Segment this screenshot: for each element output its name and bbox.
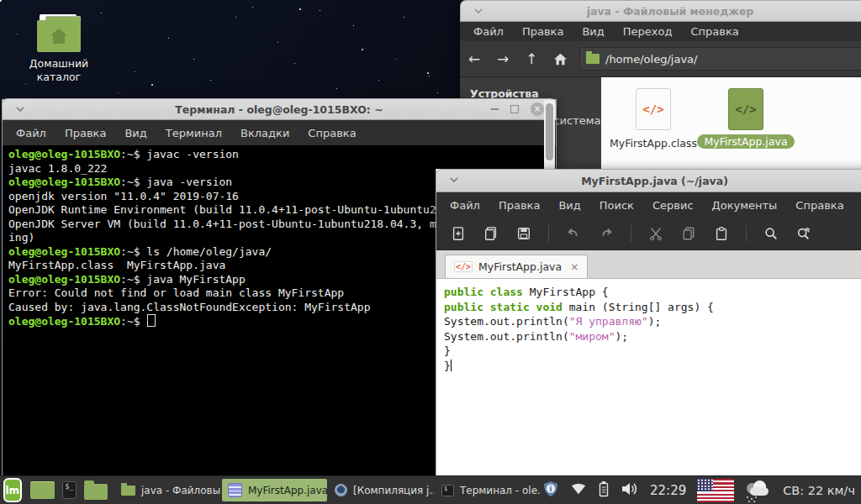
forward-button[interactable]: → xyxy=(489,52,517,66)
open-document-icon[interactable] xyxy=(483,225,499,242)
file-item[interactable]: </>MyFirstApp.class xyxy=(607,88,700,150)
home-button[interactable] xyxy=(546,52,574,66)
taskbar: lm $_ java - Файловы...MyFirstApp.java..… xyxy=(0,475,861,504)
menu-item[interactable]: Вид xyxy=(115,127,156,139)
restore-button[interactable] xyxy=(510,105,519,113)
volume-icon[interactable] xyxy=(621,481,639,500)
path-value: /home/oleg/java/ xyxy=(605,53,697,66)
task-label: Терминал - ole... xyxy=(460,485,541,496)
redo-icon[interactable] xyxy=(598,225,615,242)
menu-item[interactable]: Правка xyxy=(489,199,549,212)
menu-item[interactable]: Файл xyxy=(7,127,55,139)
window-shade-icon[interactable] xyxy=(450,177,458,182)
devices-heading: Устройства xyxy=(460,77,601,100)
new-document-icon[interactable] xyxy=(450,225,467,242)
window-shade-icon[interactable] xyxy=(474,8,483,13)
file-manager-menubar: ФайлПравкаВидПереходСправка xyxy=(460,22,861,41)
menu-item[interactable]: Файл xyxy=(441,199,489,212)
desktop: Домашний каталог java - Файловый менедже… xyxy=(0,0,861,504)
path-bar[interactable]: /home/oleg/java/ xyxy=(579,47,861,71)
menu-item[interactable]: Правка xyxy=(513,25,573,38)
code-area[interactable]: public class MyFirstApp {public static v… xyxy=(436,279,861,374)
task-list: java - Файловы...MyFirstApp.java...[Комп… xyxy=(115,479,542,501)
menu-item[interactable]: Документы xyxy=(703,199,787,212)
file-manager-titlebar[interactable]: java - Файловый менеджер xyxy=(460,0,861,22)
menu-item[interactable]: Справка xyxy=(681,25,747,38)
file-manager-launcher[interactable] xyxy=(84,481,108,500)
up-button[interactable]: ↑ xyxy=(517,52,546,66)
tab-close-icon[interactable]: × xyxy=(570,261,578,273)
svg-text:i: i xyxy=(550,484,552,492)
scrollbar-thumb[interactable] xyxy=(546,103,553,160)
code-line: System.out.println("миром"); xyxy=(444,329,861,344)
menu-item[interactable]: Переход xyxy=(614,25,682,38)
terminal-titlebar[interactable]: Терминал - oleg@oleg-1015BXO: ~ × xyxy=(2,98,557,120)
show-desktop-button[interactable] xyxy=(30,481,55,499)
menu-item[interactable]: Вкладки xyxy=(231,127,298,139)
clock[interactable]: 22:29 xyxy=(650,483,686,498)
paste-icon[interactable] xyxy=(713,225,730,242)
task-label: java - Файловы... xyxy=(141,485,220,496)
home-folder-desktop-icon[interactable]: Домашний каталог xyxy=(24,18,94,83)
window-shade-icon[interactable] xyxy=(16,107,24,112)
find-icon[interactable] xyxy=(763,225,779,242)
weather-snow-cloud-icon[interactable] xyxy=(745,480,772,501)
editor-tabbar: </> MyFirstApp.java × xyxy=(436,250,861,279)
menu-item[interactable]: Поиск xyxy=(590,199,643,212)
find-replace-icon[interactable] xyxy=(795,225,812,242)
keyboard-layout-us-flag[interactable] xyxy=(697,479,734,502)
menu-item[interactable]: Справка xyxy=(298,127,365,139)
code-line: } xyxy=(444,344,861,359)
code-line: System.out.println("Я управляю"); xyxy=(444,314,861,329)
editor-menubar: ФайлПравкаВидПоискСервисДокументыСправка xyxy=(436,192,861,218)
taskbar-task[interactable]: $Терминал - ole... xyxy=(436,479,541,501)
folder-icon xyxy=(586,54,600,64)
undo-icon[interactable] xyxy=(565,225,582,242)
wind-speed-label[interactable]: СВ: 22 км/ч xyxy=(783,484,855,497)
taskbar-task[interactable]: [Компиляция j... xyxy=(329,479,434,501)
close-button[interactable]: × xyxy=(531,102,544,116)
menu-item[interactable]: Справка xyxy=(786,199,853,212)
terminal-menubar: ФайлПравкаВидТерминалВкладкиСправка xyxy=(3,120,556,145)
taskbar-task[interactable]: MyFirstApp.java... xyxy=(222,479,327,501)
network-wifi-icon[interactable] xyxy=(570,482,587,499)
globe-icon xyxy=(335,484,347,496)
editor-titlebar[interactable]: MyFirstApp.java (~/java) xyxy=(436,169,861,192)
tab-label: MyFirstApp.java xyxy=(478,260,562,273)
taskbar-task[interactable]: java - Файловы... xyxy=(115,479,220,501)
cut-icon[interactable] xyxy=(647,225,664,242)
code-file-icon: </> xyxy=(454,261,473,272)
save-icon[interactable] xyxy=(515,225,532,242)
update-shield-icon[interactable]: i xyxy=(542,480,559,501)
terminal-icon: $ xyxy=(441,485,454,496)
document-icon xyxy=(228,483,242,497)
file-manager-title: java - Файловый менеджер xyxy=(587,5,754,18)
menu-item[interactable]: Правка xyxy=(55,127,115,139)
menu-item[interactable]: Файл xyxy=(464,25,513,38)
home-folder-label: Домашний каталог xyxy=(24,57,94,83)
menu-item[interactable]: Терминал xyxy=(156,127,231,139)
file-item[interactable]: </>MyFirstApp.java xyxy=(700,88,792,149)
back-button[interactable]: ← xyxy=(460,52,489,66)
file-label: MyFirstApp.class xyxy=(610,137,697,150)
menu-item[interactable]: Сервис xyxy=(643,199,703,212)
terminal-line: oleg@oleg-1015BXO:~$ javac -version xyxy=(8,148,542,162)
task-label: MyFirstApp.java... xyxy=(248,485,327,496)
system-tray: i 22:29 СВ: 22 км/ч xyxy=(542,479,861,502)
file-label: MyFirstApp.java xyxy=(697,134,794,149)
task-label: [Компиляция j... xyxy=(353,485,434,496)
editor-title: MyFirstApp.java (~/java) xyxy=(581,175,728,187)
folder-icon xyxy=(121,486,135,496)
mint-menu-button[interactable]: lm xyxy=(3,478,22,502)
code-line: } xyxy=(444,359,861,374)
terminal-launcher[interactable]: $_ xyxy=(62,481,77,499)
copy-icon[interactable] xyxy=(680,225,697,242)
battery-icon[interactable] xyxy=(598,480,610,501)
minimize-button[interactable] xyxy=(491,108,499,110)
tab-myfirstapp-java[interactable]: </> MyFirstApp.java × xyxy=(445,255,588,278)
menu-item[interactable]: Вид xyxy=(573,25,613,38)
home-folder-icon xyxy=(37,18,81,52)
menu-item[interactable]: Вид xyxy=(549,199,589,212)
editor-window: MyFirstApp.java (~/java) ФайлПравкаВидПо… xyxy=(436,169,861,477)
code-line: public class MyFirstApp { xyxy=(444,285,861,300)
